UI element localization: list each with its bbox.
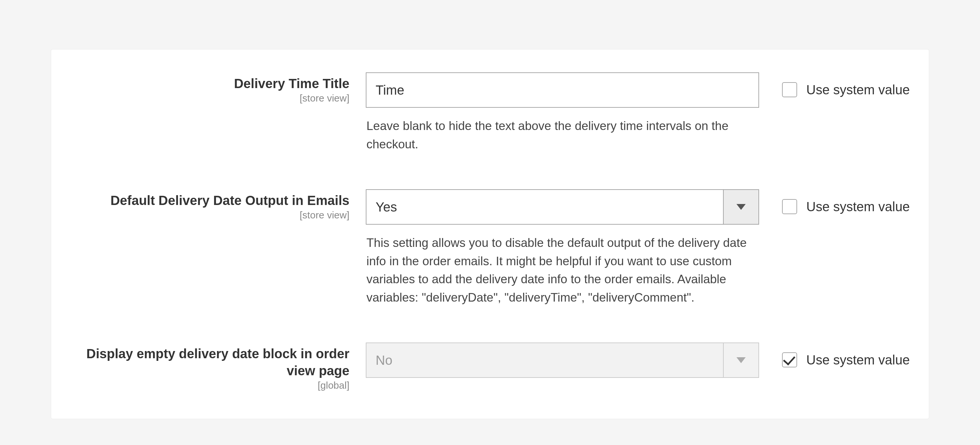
field-label-col: Default Delivery Date Output in Emails [… — [71, 189, 366, 221]
field-label: Delivery Time Title — [234, 76, 349, 91]
field-label: Default Delivery Date Output in Emails — [110, 193, 349, 207]
use-system-value-label: Use system value — [806, 200, 910, 214]
use-system-value-group: Use system value — [759, 342, 910, 367]
use-system-value-label: Use system value — [806, 353, 910, 367]
config-panel: Delivery Time Title [store view] Leave b… — [51, 49, 929, 419]
select-caret-button — [723, 343, 759, 377]
viewport: Delivery Time Title [store view] Leave b… — [0, 0, 980, 445]
field-note: Leave blank to hide the text above the d… — [366, 117, 759, 153]
field-control-col: No — [366, 342, 759, 378]
field-scope: [store view] — [71, 209, 349, 221]
use-system-value-checkbox[interactable] — [782, 82, 797, 97]
caret-down-icon — [737, 357, 746, 363]
field-scope: [global] — [71, 380, 349, 391]
field-control-col: Leave blank to hide the text above the d… — [366, 72, 759, 153]
use-system-value-group: Use system value — [759, 189, 910, 214]
field-note: This setting allows you to disable the d… — [366, 234, 759, 307]
use-system-value-group: Use system value — [759, 72, 910, 97]
field-display-empty-block: Display empty delivery date block in ord… — [71, 342, 909, 391]
use-system-value-checkbox[interactable] — [782, 199, 797, 214]
select-caret-button[interactable] — [723, 190, 759, 224]
field-delivery-time-title: Delivery Time Title [store view] Leave b… — [71, 72, 909, 153]
select-value: No — [366, 343, 723, 377]
default-email-output-select[interactable]: Yes — [366, 189, 759, 225]
field-control-col: Yes This setting allows you to disable t… — [366, 189, 759, 307]
field-scope: [store view] — [71, 93, 349, 104]
delivery-time-title-input[interactable] — [366, 72, 759, 108]
field-label-col: Display empty delivery date block in ord… — [71, 342, 366, 391]
field-label: Display empty delivery date block in ord… — [86, 347, 350, 378]
field-label-col: Delivery Time Title [store view] — [71, 72, 366, 104]
use-system-value-checkbox[interactable] — [782, 352, 797, 367]
field-default-email-output: Default Delivery Date Output in Emails [… — [71, 189, 909, 307]
select-value: Yes — [366, 190, 723, 224]
use-system-value-label: Use system value — [806, 82, 910, 97]
display-empty-block-select: No — [366, 342, 759, 378]
caret-down-icon — [737, 204, 746, 210]
